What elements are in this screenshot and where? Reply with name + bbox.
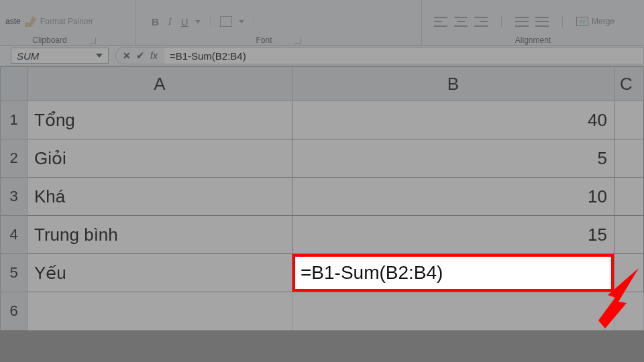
chevron-down-icon[interactable]: [96, 54, 103, 58]
row-header[interactable]: 1: [1, 101, 28, 139]
formula-input[interactable]: =B1-Sum(B2:B4): [164, 47, 644, 64]
dialog-expand-icon[interactable]: [295, 38, 301, 44]
column-header-c[interactable]: C: [614, 67, 644, 101]
active-cell-editor: =B1-Sum(B2:B4): [292, 254, 614, 292]
merge-label: Merge: [592, 17, 614, 26]
name-box-text: SUM: [17, 50, 92, 62]
spreadsheet-grid[interactable]: A B C 1 Tổng 40 2 Giỏi 5 3 Khá 10: [0, 66, 644, 330]
cell-a4[interactable]: Trung bình: [28, 216, 292, 254]
table-row: 6: [1, 292, 644, 330]
ribbon-group-alignment: Merge Alignment: [422, 0, 644, 46]
cell[interactable]: [292, 292, 614, 330]
brush-icon: [25, 16, 37, 27]
cell[interactable]: [614, 292, 644, 330]
dialog-expand-icon[interactable]: [90, 38, 96, 44]
align-center-button[interactable]: [454, 17, 468, 27]
align-buttons: [434, 17, 488, 27]
chevron-down-icon[interactable]: [195, 20, 201, 23]
separator: [501, 15, 502, 27]
cell-b5[interactable]: =B1-Sum(B2:B4): [292, 254, 614, 292]
column-header-a[interactable]: A: [28, 67, 292, 101]
ribbon-group-clipboard: aste Format Painter Clipboard: [0, 0, 136, 46]
table-row: 4 Trung bình 15: [1, 216, 644, 254]
cell[interactable]: [614, 216, 644, 254]
border-button[interactable]: [220, 16, 232, 27]
table-row: 1 Tổng 40: [1, 101, 644, 139]
cell-a2[interactable]: Giỏi: [28, 139, 292, 178]
cell-b3[interactable]: 10: [292, 178, 614, 216]
indent-buttons: [515, 17, 549, 27]
cell-a5[interactable]: Yếu: [28, 254, 292, 292]
table-row: 5 Yếu =B1-Sum(B2:B4): [1, 254, 644, 292]
underline-button[interactable]: U: [181, 16, 189, 27]
column-header-b[interactable]: B: [292, 67, 614, 101]
active-cell-text: =B1-Sum(B2:B4): [301, 262, 443, 284]
cell-b1[interactable]: 40: [292, 101, 614, 139]
increase-indent-button[interactable]: [535, 17, 549, 27]
group-label-font: Font: [256, 36, 272, 45]
table-row: 2 Giỏi 5: [1, 139, 644, 178]
enter-button[interactable]: ✔: [136, 50, 145, 62]
ribbon: aste Format Painter Clipboard B I U Font: [0, 0, 644, 46]
merge-button[interactable]: Merge: [576, 17, 614, 26]
cell[interactable]: [614, 178, 644, 216]
row-header[interactable]: 4: [1, 216, 28, 254]
row-header[interactable]: 5: [1, 254, 28, 292]
cell[interactable]: [614, 139, 644, 178]
cell[interactable]: [614, 101, 644, 139]
cell-b2[interactable]: 5: [292, 139, 614, 178]
cell-a3[interactable]: Khá: [28, 178, 292, 216]
format-painter-button[interactable]: Format Painter: [25, 16, 93, 27]
row-header[interactable]: 3: [1, 178, 28, 216]
paste-label-fragment: aste: [5, 17, 21, 26]
decrease-indent-button[interactable]: [515, 17, 529, 27]
chevron-down-icon[interactable]: [239, 20, 244, 23]
name-box[interactable]: SUM: [11, 48, 109, 64]
align-right-button[interactable]: [474, 17, 488, 27]
formula-text: =B1-Sum(B2:B4): [170, 50, 246, 62]
select-all-corner[interactable]: [1, 67, 28, 101]
ribbon-group-font: B I U Font: [136, 0, 422, 46]
separator: [254, 15, 254, 27]
cell[interactable]: [614, 254, 644, 292]
separator: [210, 15, 211, 27]
italic-button[interactable]: I: [168, 16, 172, 27]
row-header[interactable]: 6: [1, 292, 28, 330]
merge-icon: [576, 17, 588, 26]
formula-controls: ✕ ✔ fx: [115, 47, 164, 64]
row-header[interactable]: 2: [1, 139, 28, 178]
group-label-alignment: Alignment: [515, 36, 551, 45]
cell-a1[interactable]: Tổng: [28, 101, 292, 139]
cancel-button[interactable]: ✕: [123, 50, 131, 61]
cell[interactable]: [28, 292, 292, 330]
cell-b4[interactable]: 15: [292, 216, 614, 254]
separator: [562, 15, 563, 27]
bold-button[interactable]: B: [152, 16, 159, 27]
align-left-button[interactable]: [434, 17, 447, 27]
formula-bar: SUM ✕ ✔ fx =B1-Sum(B2:B4): [0, 46, 644, 66]
fx-button[interactable]: fx: [150, 50, 158, 61]
format-painter-label: Format Painter: [40, 17, 93, 26]
table-row: 3 Khá 10: [1, 178, 644, 216]
group-label-clipboard: Clipboard: [32, 36, 66, 45]
